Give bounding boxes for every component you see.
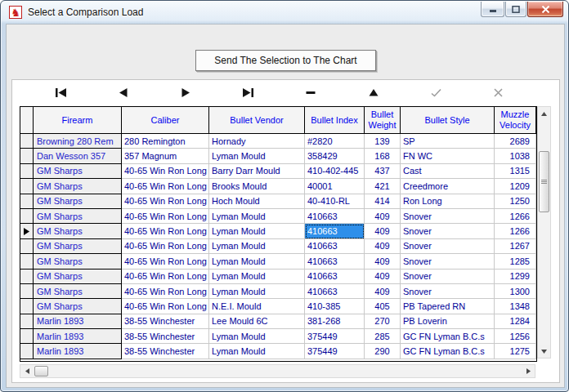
cell-weight[interactable]: 409 (365, 254, 401, 269)
cell-style[interactable]: SP (401, 134, 495, 149)
last-record-button[interactable] (231, 84, 267, 100)
cell-weight[interactable]: 270 (365, 314, 401, 329)
cell-velocity[interactable]: 1285 (495, 254, 536, 269)
edit-record-button[interactable] (356, 84, 392, 100)
cell-vendor[interactable]: Lyman Mould (209, 284, 305, 299)
cell-velocity[interactable]: 1315 (495, 164, 536, 179)
vertical-scrollbar[interactable] (537, 106, 551, 359)
cell-caliber[interactable]: 40-65 Win Ron Long (122, 224, 209, 238)
cell-index[interactable]: 40001 (305, 179, 365, 194)
cell-velocity[interactable]: 1256 (495, 329, 536, 344)
first-record-button[interactable] (43, 84, 78, 100)
maximize-button[interactable] (505, 2, 526, 17)
cell-style[interactable]: Ron Long (401, 194, 495, 209)
cell-style[interactable]: Cast (401, 164, 495, 179)
cell-caliber[interactable]: 40-65 Win Ron Long (122, 284, 209, 299)
column-header-style[interactable]: Bullet Style (401, 107, 495, 134)
cell-firearm[interactable]: GM Sharps (34, 224, 122, 238)
horizontal-scroll-thumb[interactable] (34, 366, 48, 376)
cell-vendor[interactable]: Lyman Mould (209, 239, 305, 254)
minimize-button[interactable] (481, 2, 504, 17)
cell-vendor[interactable]: Lyman Mould (209, 329, 305, 344)
horizontal-scrollbar[interactable] (20, 364, 535, 378)
cell-vendor[interactable]: Lyman Mould (209, 270, 305, 284)
cell-style[interactable]: Snover (401, 270, 495, 284)
cell-firearm[interactable]: GM Sharps (34, 284, 122, 299)
cell-style[interactable]: Creedmore (401, 179, 495, 194)
next-record-button[interactable] (168, 84, 204, 100)
cell-style[interactable]: GC FN Lyman B.C.s (401, 344, 495, 359)
cell-firearm[interactable]: Marlin 1893 (34, 314, 122, 329)
cell-index[interactable]: 375449 (305, 344, 365, 359)
cell-caliber[interactable]: 40-65 Win Ron Long (122, 194, 209, 209)
cell-vendor[interactable]: Lee Mould 6C (209, 314, 305, 329)
cell-vendor[interactable]: Lyman Mould (209, 209, 305, 224)
cell-firearm[interactable]: GM Sharps (34, 164, 122, 179)
cell-caliber[interactable]: 357 Magnum (122, 149, 209, 163)
cell-weight[interactable]: 290 (365, 344, 401, 359)
column-header-firearm[interactable]: Firearm (34, 107, 122, 134)
cell-style[interactable]: Snover (401, 254, 495, 269)
cell-velocity[interactable]: 1275 (495, 344, 536, 359)
cell-caliber[interactable]: 40-65 Win Ron Long (122, 179, 209, 194)
scroll-left-button[interactable] (20, 365, 34, 377)
cell-caliber[interactable]: 40-65 Win Ron Long (122, 299, 209, 314)
cell-velocity[interactable]: 1266 (495, 209, 536, 224)
cell-weight[interactable]: 405 (365, 299, 401, 314)
cell-index[interactable]: 410663 (305, 270, 365, 284)
cell-caliber[interactable]: 40-65 Win Ron Long (122, 209, 209, 224)
cell-vendor[interactable]: Lyman Mould (209, 224, 305, 238)
column-header-velocity[interactable]: Muzzle Velocity (495, 107, 536, 134)
cell-vendor[interactable]: Lyman Mould (209, 254, 305, 269)
cell-caliber[interactable]: 280 Remington (122, 134, 209, 149)
cell-firearm[interactable]: GM Sharps (34, 209, 122, 224)
cell-index[interactable]: 381-268 (305, 314, 365, 329)
cell-caliber[interactable]: 40-65 Win Ron Long (122, 254, 209, 269)
cell-weight[interactable]: 409 (365, 270, 401, 284)
cell-velocity[interactable]: 1209 (495, 179, 536, 194)
cell-index[interactable]: 358429 (305, 149, 365, 163)
cell-velocity[interactable]: 1267 (495, 239, 536, 254)
cell-style[interactable]: Snover (401, 239, 495, 254)
cell-vendor[interactable]: Barry Darr Mould (209, 164, 305, 179)
cell-style[interactable]: PB Tapered RN (401, 299, 495, 314)
cell-index[interactable]: #2820 (305, 134, 365, 149)
cell-weight[interactable]: 285 (365, 329, 401, 344)
cell-style[interactable]: GC FN Lyman B.C.s (401, 329, 495, 344)
delete-record-button[interactable] (293, 84, 329, 100)
cell-style[interactable]: Snover (401, 284, 495, 299)
cell-weight[interactable]: 139 (365, 134, 401, 149)
cell-firearm[interactable]: GM Sharps (34, 179, 122, 194)
cell-velocity[interactable]: 1348 (495, 299, 536, 314)
cell-firearm[interactable]: GM Sharps (34, 299, 122, 314)
cell-velocity[interactable]: 1250 (495, 194, 536, 209)
cell-vendor[interactable]: Hoch Mould (209, 194, 305, 209)
cell-index[interactable]: 410-402-445 (305, 164, 365, 179)
send-selection-button[interactable]: Send The Selection to The Chart (195, 50, 376, 71)
cell-firearm[interactable]: Marlin 1893 (34, 329, 122, 344)
cell-caliber[interactable]: 38-55 Winchester (122, 329, 209, 344)
cell-firearm[interactable]: GM Sharps (34, 194, 122, 209)
cell-weight[interactable]: 437 (365, 164, 401, 179)
cell-vendor[interactable]: Lyman Mould (209, 149, 305, 163)
column-header-weight[interactable]: Bullet Weight (365, 107, 401, 134)
cell-weight[interactable]: 409 (365, 209, 401, 224)
cell-style[interactable]: FN WC (401, 149, 495, 163)
cell-style[interactable]: PB Loverin (401, 314, 495, 329)
cell-firearm[interactable]: GM Sharps (34, 254, 122, 269)
cell-index[interactable]: 410-385 (305, 299, 365, 314)
selected-cell-index[interactable]: 410663 (305, 224, 365, 238)
cell-firearm[interactable]: GM Sharps (34, 239, 122, 254)
title-bar[interactable]: ♞ Select a Comparison Load (1, 1, 568, 24)
column-header-caliber[interactable]: Caliber (122, 107, 209, 134)
cell-vendor[interactable]: N.E.I. Mould (209, 299, 305, 314)
close-button[interactable] (527, 2, 563, 17)
cell-vendor[interactable]: Lyman Mould (209, 344, 305, 359)
cell-caliber[interactable]: 38-55 Winchester (122, 344, 209, 359)
cell-weight[interactable]: 409 (365, 224, 401, 238)
cell-style[interactable]: Snover (401, 209, 495, 224)
cell-velocity[interactable]: 1284 (495, 314, 536, 329)
prior-record-button[interactable] (105, 84, 141, 100)
cell-caliber[interactable]: 40-65 Win Ron Long (122, 239, 209, 254)
cell-weight[interactable]: 414 (365, 194, 401, 209)
